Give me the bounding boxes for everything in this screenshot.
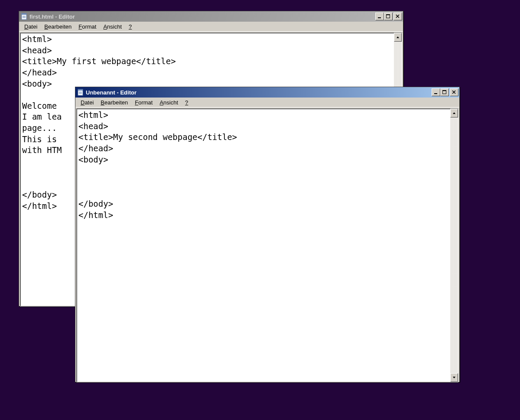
- scroll-down-button[interactable]: [450, 373, 458, 382]
- menu-ansicht[interactable]: Ansicht: [100, 23, 125, 31]
- titlebar[interactable]: Unbenannt - Editor: [75, 87, 459, 98]
- close-button[interactable]: [393, 13, 402, 20]
- svg-rect-13: [78, 89, 83, 91]
- menu-datei[interactable]: Datei: [77, 98, 97, 107]
- titlebar[interactable]: first.html - Editor: [19, 11, 403, 22]
- client-area: <html> <head> <title>My second webpage</…: [76, 108, 458, 382]
- maximize-button[interactable]: [440, 88, 449, 96]
- menu-help[interactable]: ?: [125, 23, 135, 31]
- menubar: Datei Bearbeiten Format Ansicht ?: [19, 22, 403, 32]
- menu-bearbeiten[interactable]: Bearbeiten: [97, 98, 131, 107]
- vertical-scrollbar[interactable]: [450, 109, 458, 382]
- minimize-button[interactable]: [432, 88, 440, 96]
- svg-rect-1: [22, 13, 26, 15]
- menu-help[interactable]: ?: [182, 98, 192, 107]
- svg-rect-5: [378, 17, 381, 18]
- minimize-button[interactable]: [375, 13, 384, 20]
- menu-format[interactable]: Format: [131, 98, 156, 107]
- notepad-icon: [21, 13, 28, 20]
- scroll-up-button[interactable]: [450, 109, 458, 117]
- window-title: Unbenannt - Editor: [86, 89, 432, 96]
- menu-format[interactable]: Format: [75, 23, 100, 31]
- svg-marker-22: [453, 112, 455, 114]
- window-title: first.html - Editor: [29, 13, 375, 20]
- scroll-up-button[interactable]: [394, 33, 402, 42]
- editor-window-unbenannt: Unbenannt - Editor Datei Bearbeiten Form…: [75, 87, 460, 382]
- close-button[interactable]: [450, 88, 458, 96]
- menubar: Datei Bearbeiten Format Ansicht ?: [75, 98, 459, 107]
- scroll-track[interactable]: [450, 117, 458, 373]
- svg-rect-19: [442, 90, 446, 91]
- notepad-icon: [77, 89, 84, 96]
- svg-rect-7: [386, 14, 390, 15]
- window-controls: [432, 88, 458, 96]
- menu-datei[interactable]: Datei: [21, 23, 41, 31]
- menu-ansicht[interactable]: Ansicht: [156, 98, 182, 107]
- text-editor[interactable]: <html> <head> <title>My second webpage</…: [77, 109, 450, 382]
- window-controls: [375, 13, 402, 20]
- svg-rect-17: [434, 93, 437, 94]
- svg-marker-23: [453, 377, 455, 378]
- maximize-button[interactable]: [384, 13, 393, 20]
- menu-bearbeiten[interactable]: Bearbeiten: [41, 23, 75, 31]
- svg-marker-10: [396, 36, 399, 38]
